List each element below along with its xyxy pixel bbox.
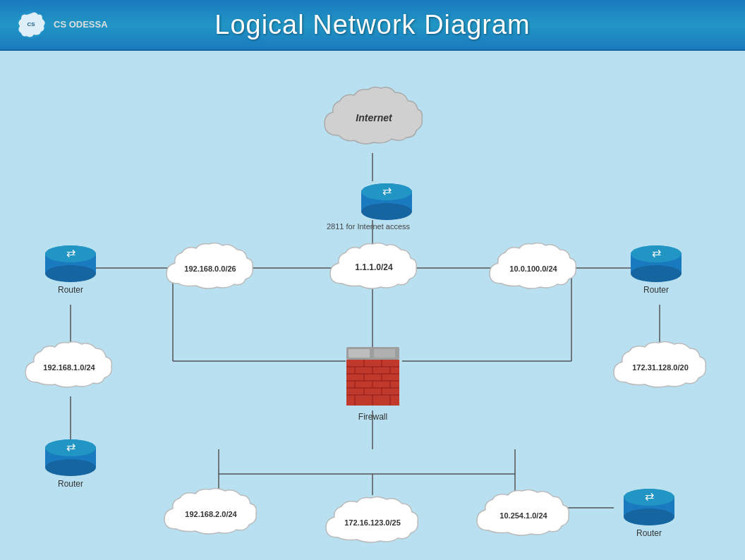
- network-1-1-1-label: 1.1.1.0/24: [355, 262, 392, 274]
- router-top-label: 2811 for Internet access: [327, 221, 411, 231]
- svg-text:⇄: ⇄: [66, 247, 75, 259]
- network-172-31-label: 172.31.128.0/20: [632, 363, 689, 372]
- network-172-31-cloud: 172.31.128.0/20: [608, 340, 713, 395]
- svg-point-34: [631, 265, 682, 282]
- network-192-168-2-label: 192.168.2.0/24: [185, 509, 236, 519]
- router-bottom-left-label: Router: [58, 479, 83, 489]
- svg-text:⇄: ⇄: [66, 441, 75, 453]
- svg-text:⇄: ⇄: [382, 185, 392, 197]
- network-10-0-100-label: 10.0.100.0/24: [509, 264, 557, 274]
- network-192-168-0-cloud: 192.168.0.0/26: [161, 241, 260, 296]
- network-192-168-1-label: 192.168.1.0/24: [43, 363, 95, 372]
- header: CS CS ODESSA Logical Network Diagram: [0, 0, 745, 51]
- router-top: ⇄ 2811 for Internet access: [344, 181, 429, 231]
- logo-text: CS ODESSA: [54, 19, 108, 30]
- svg-rect-38: [349, 349, 370, 358]
- network-172-16-label: 172.16.123.0/25: [344, 518, 401, 528]
- svg-rect-39: [374, 349, 395, 358]
- network-10-254-cloud: 10.254.1.0/24: [471, 488, 576, 543]
- network-172-16-cloud: 172.16.123.0/25: [320, 495, 425, 550]
- svg-point-29: [45, 265, 96, 282]
- network-1-1-1-cloud: 1.1.1.0/24: [325, 240, 423, 296]
- diagram: Internet ⇄ 2811 for Internet access 1.1.…: [0, 51, 745, 560]
- router-bottom-right-label: Router: [636, 528, 662, 538]
- network-10-0-100-cloud: 10.0.100.0/24: [484, 241, 583, 296]
- logo-icon: CS: [14, 8, 48, 42]
- svg-text:⇄: ⇄: [652, 247, 661, 259]
- page-title: Logical Network Diagram: [127, 10, 618, 40]
- network-192-168-1-cloud: 192.168.1.0/24: [20, 340, 119, 395]
- network-192-168-2-cloud: 192.168.2.0/24: [159, 487, 263, 542]
- router-left-label: Router: [58, 285, 83, 295]
- svg-text:⇄: ⇄: [645, 490, 654, 502]
- network-192-168-0-label: 192.168.0.0/26: [184, 264, 236, 274]
- internet-label: Internet: [356, 111, 392, 124]
- network-10-254-label: 10.254.1.0/24: [499, 511, 547, 521]
- firewall-label: Firewall: [358, 412, 387, 422]
- logo-area: CS CS ODESSA: [14, 8, 127, 42]
- svg-text:CS: CS: [27, 21, 35, 28]
- svg-point-63: [45, 459, 96, 476]
- internet-cloud: Internet: [317, 83, 430, 153]
- router-bottom-right: ⇄ Router: [621, 487, 677, 538]
- router-right-label: Router: [643, 285, 669, 295]
- router-left: ⇄ Router: [42, 243, 99, 295]
- svg-point-24: [361, 203, 412, 220]
- router-right: ⇄ Router: [628, 243, 684, 295]
- firewall: Firewall: [343, 347, 403, 422]
- svg-point-68: [624, 509, 674, 525]
- router-bottom-left: ⇄ Router: [42, 437, 99, 489]
